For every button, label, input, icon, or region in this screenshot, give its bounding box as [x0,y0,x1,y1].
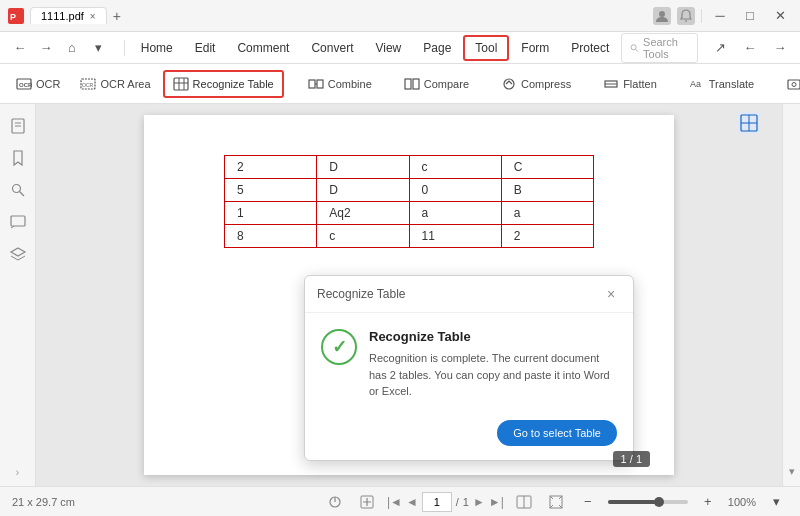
combine-button[interactable]: Combine [300,72,380,96]
status-tool-icon-2[interactable] [355,490,379,514]
user-icon[interactable] [653,7,671,25]
search-tools[interactable]: Search Tools [621,33,698,63]
panel-toggle-icon[interactable] [738,112,760,134]
back-button[interactable]: ← [8,36,32,60]
window-controls: ─ □ ✕ [653,4,792,28]
layout-icon[interactable] [512,490,536,514]
translate-button[interactable]: Aa Translate [681,72,762,96]
dropdown-button[interactable]: ▾ [86,36,110,60]
ocr-label: OCR [36,78,60,90]
dialog-header: Recognize Table × [305,276,633,313]
fit-page-icon[interactable] [544,490,568,514]
compare-button[interactable]: Compare [396,72,477,96]
flatten-button[interactable]: Flatten [595,72,665,96]
svg-text:P: P [10,12,16,22]
menu-tool[interactable]: Tool [463,35,509,61]
svg-rect-10 [174,78,188,90]
minimize-button[interactable]: ─ [708,4,732,28]
prev-page-button[interactable]: ◄ [406,495,418,509]
page-dimensions: 21 x 29.7 cm [12,496,75,508]
recognize-table-button[interactable]: Recognize Table [163,70,284,98]
zoom-dropdown-button[interactable]: ▾ [764,490,788,514]
menu-view[interactable]: View [365,37,411,59]
go-to-select-table-button[interactable]: Go to select Table [497,420,617,446]
zoom-in-button[interactable]: + [696,490,720,514]
close-button[interactable]: ✕ [768,4,792,28]
first-page-button[interactable]: |◄ [387,495,402,509]
menu-edit[interactable]: Edit [185,37,226,59]
forward-button[interactable]: → [34,36,58,60]
scroll-down-icon[interactable]: ▾ [789,465,795,478]
table-cell: 0 [409,179,501,202]
zoom-out-button[interactable]: − [576,490,600,514]
menu-home[interactable]: Home [131,37,183,59]
forward-nav-icon[interactable]: → [768,36,792,60]
table-row: 2 D c C [225,156,594,179]
svg-rect-17 [405,79,411,89]
ocr-area-icon: OCR [80,76,96,92]
pdf-page: 2 D c C 5 D 0 B 1 Aq2 a a [144,115,674,475]
app-icon: P [8,8,24,24]
svg-point-4 [631,44,636,49]
add-tab-button[interactable]: + [107,6,127,26]
menu-convert[interactable]: Convert [301,37,363,59]
ocr-area-button[interactable]: OCR OCR Area [72,72,158,96]
combine-label: Combine [328,78,372,90]
combine-icon [308,76,324,92]
menu-protect[interactable]: Protect [561,37,619,59]
sidebar-bookmarks-icon[interactable] [4,144,32,172]
compress-button[interactable]: Compress [493,72,579,96]
next-page-button[interactable]: ► [473,495,485,509]
table-cell: 2 [225,156,317,179]
svg-line-32 [19,192,24,197]
svg-line-5 [636,49,638,51]
svg-text:Aa: Aa [690,79,701,89]
share-icon[interactable]: ↗ [708,36,732,60]
zoom-slider[interactable] [608,500,688,504]
svg-rect-14 [309,80,315,88]
svg-text:OCR: OCR [82,82,94,88]
dialog-close-button[interactable]: × [601,284,621,304]
sidebar-layers-icon[interactable] [4,240,32,268]
menu-page[interactable]: Page [413,37,461,59]
table-cell: Aq2 [317,202,409,225]
home-button[interactable]: ⌂ [60,36,84,60]
recognized-table: 2 D c C 5 D 0 B 1 Aq2 a a [224,155,594,248]
dialog-body: ✓ Recognize Table Recognition is complet… [305,313,633,412]
table-cell: D [317,156,409,179]
compress-label: Compress [521,78,571,90]
back-nav-icon[interactable]: ← [738,36,762,60]
toolbar: OCR OCR OCR OCR Area Recognize Table Com… [0,64,800,104]
sidebar-search-icon[interactable] [4,176,32,204]
menu-form[interactable]: Form [511,37,559,59]
content-area: 2 D c C 5 D 0 B 1 Aq2 a a [36,104,782,486]
table-cell: a [409,202,501,225]
left-sidebar: › [0,104,36,486]
translate-label: Translate [709,78,754,90]
table-cell: c [409,156,501,179]
page-separator: / [456,496,459,508]
svg-rect-23 [788,80,800,89]
close-tab-button[interactable]: × [90,11,96,22]
sidebar-annotations-icon[interactable] [4,208,32,236]
main-layout: › 2 D c C 5 D 0 B 1 A [0,104,800,486]
ocr-button[interactable]: OCR OCR [8,72,68,96]
table-cell: 8 [225,225,317,248]
check-icon: ✓ [332,336,347,358]
maximize-button[interactable]: □ [738,4,762,28]
capture-button[interactable]: Capture [778,72,800,96]
svg-rect-33 [11,216,25,226]
zoom-slider-fill [608,500,656,504]
sidebar-pages-icon[interactable] [4,112,32,140]
status-tool-icon-1[interactable] [323,490,347,514]
notification-icon[interactable] [677,7,695,25]
file-tab[interactable]: 1111.pdf × [30,7,107,24]
sidebar-expand-button[interactable]: › [16,467,19,478]
recognize-table-label: Recognize Table [193,78,274,90]
dialog-text: Recognition is complete. The current doc… [369,350,617,400]
table-row: 8 c 11 2 [225,225,594,248]
current-page-input[interactable] [422,492,452,512]
table-cell: C [501,156,593,179]
last-page-button[interactable]: ►| [489,495,504,509]
menu-comment[interactable]: Comment [227,37,299,59]
